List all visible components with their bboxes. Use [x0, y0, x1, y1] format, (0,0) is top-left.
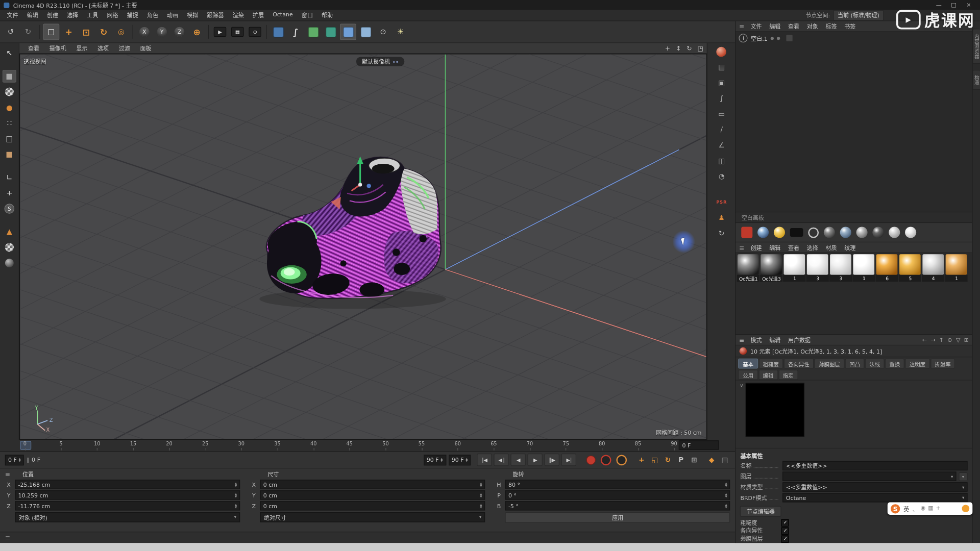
menu-item[interactable]: 跟踪器 — [203, 11, 228, 19]
uv-mode-icon[interactable]: ● — [3, 101, 16, 113]
attribute-tab[interactable]: 薄膜图层 — [815, 359, 845, 369]
attribute-tab[interactable]: 编辑 — [758, 370, 778, 380]
menu-item[interactable]: 模拟 — [183, 11, 203, 19]
material-thumbnail[interactable]: 6 — [876, 254, 898, 282]
attribute-tab[interactable]: 置换 — [885, 359, 904, 369]
position-input[interactable]: 10.259 cm — [15, 490, 240, 499]
goto-end-button[interactable]: ▶| — [561, 454, 576, 466]
toolbox-icon[interactable]: + — [936, 505, 941, 513]
add-camera-button[interactable]: ⊙ — [375, 24, 391, 40]
viewport-name-label[interactable]: 透视视图 — [24, 58, 46, 66]
add-spline-button[interactable]: ∫ — [287, 24, 304, 40]
am-menu-item[interactable]: 用户数据 — [785, 336, 815, 344]
octane-camera-icon[interactable] — [790, 228, 803, 237]
object-name[interactable]: 空白.1 — [751, 34, 768, 42]
attribute-tab[interactable]: 基本 — [739, 359, 758, 369]
pan-view-icon[interactable]: + — [665, 45, 670, 52]
mm-menu-item[interactable]: 选择 — [803, 243, 822, 252]
name-field[interactable]: <<多重数值>> — [783, 461, 968, 470]
octane-glossy-icon[interactable] — [758, 227, 769, 238]
menu-item[interactable]: 文件 — [3, 11, 22, 19]
undo-button[interactable]: ↺ — [3, 24, 19, 40]
material-thumbnail[interactable]: 3 — [829, 254, 852, 282]
goto-start-button[interactable]: |◀ — [477, 454, 492, 466]
attribute-tab[interactable]: 公用 — [739, 370, 758, 380]
mm-menu-item[interactable]: 编辑 — [766, 243, 785, 252]
matball-white-icon[interactable] — [905, 227, 917, 238]
menu-item[interactable]: 扩展 — [248, 11, 268, 19]
language-indicator[interactable]: 英 — [903, 504, 909, 513]
polygons-mode-icon[interactable]: ■ — [3, 148, 16, 160]
last-tool-button[interactable]: ◎ — [113, 24, 130, 40]
status-menu-icon[interactable]: ≡ — [5, 534, 10, 541]
simulate-button[interactable] — [340, 24, 356, 40]
add-primitive-button[interactable] — [270, 24, 286, 40]
material-thumbnail[interactable]: Oc光泽1 — [737, 254, 760, 282]
mm-menu-icon[interactable]: ≡ — [739, 244, 744, 251]
object-tag-icon[interactable] — [786, 34, 793, 42]
menu-item[interactable]: 帮助 — [317, 11, 337, 19]
current-frame-field[interactable]: 0 F — [5, 455, 24, 465]
knife-tool-icon[interactable]: ∕ — [714, 123, 729, 135]
material-browser[interactable]: Oc光泽1 Oc光泽3 1 — [736, 253, 972, 335]
angle-tool-icon[interactable]: ∠ — [714, 139, 729, 151]
shoe-model[interactable] — [259, 157, 446, 309]
am-menu-icon[interactable]: ≡ — [739, 336, 744, 343]
coords-menu-icon[interactable]: ≡ — [5, 471, 10, 478]
toolbar-sep-2[interactable] — [133, 25, 133, 39]
zoom-view-icon[interactable]: ↕ — [676, 45, 681, 52]
key-parameter-filter[interactable]: P — [675, 455, 687, 465]
maximize-button[interactable]: □ — [946, 2, 961, 8]
viewport-menu-item[interactable]: 过滤 — [114, 44, 135, 52]
punctuation-icon[interactable]: 、 — [913, 505, 918, 513]
camera-label[interactable]: 默认摄像机 — [356, 57, 404, 66]
forward-icon[interactable]: → — [930, 337, 935, 343]
play-button[interactable]: ▶ — [528, 454, 543, 466]
up-icon[interactable]: ↑ — [939, 337, 944, 343]
size-input[interactable]: 0 cm — [260, 480, 485, 489]
size-mode-select[interactable]: 绝对尺寸 — [260, 512, 485, 522]
cursor-tool-icon[interactable]: ↖ — [3, 47, 16, 59]
material-thumbnail[interactable]: 3 — [806, 254, 829, 282]
om-menu-item[interactable]: 编辑 — [766, 22, 785, 30]
layer-select[interactable] — [783, 471, 957, 481]
am-menu-item[interactable]: 编辑 — [766, 336, 785, 344]
brdf-select[interactable]: Octane — [783, 493, 968, 502]
axis-mode-icon[interactable]: + — [3, 187, 16, 199]
key-rotation-filter[interactable]: ↻ — [662, 455, 673, 465]
rotation-input[interactable]: 80 ° — [505, 480, 730, 489]
mic-icon[interactable]: ◉ — [921, 505, 926, 513]
close-button[interactable]: × — [961, 2, 976, 8]
toolbar-sep-4[interactable] — [266, 25, 267, 39]
z-axis-lock-button[interactable]: Z — [172, 24, 188, 40]
edge-tab[interactable]: 内容浏览器 — [972, 29, 980, 64]
material-thumbnail[interactable]: 1 — [783, 254, 806, 282]
material-thumbnail[interactable]: Oc光泽3 — [761, 254, 783, 282]
mm-menu-item[interactable]: 创建 — [747, 243, 766, 252]
material-thumbnail[interactable]: 4 — [922, 254, 945, 282]
checker-sphere-icon[interactable] — [3, 241, 16, 254]
attribute-tab[interactable]: 凹凸 — [845, 359, 865, 369]
menu-item[interactable]: 选择 — [63, 11, 83, 19]
material-sphere[interactable] — [946, 254, 967, 274]
blank-board-tab[interactable]: 空白画板 — [736, 212, 972, 223]
am-menu-item[interactable]: 模式 — [747, 336, 766, 344]
mirror-tool-icon[interactable]: ◫ — [714, 155, 729, 167]
menu-item[interactable]: 工具 — [83, 11, 103, 19]
matball-gray-icon[interactable] — [856, 227, 868, 238]
octane-logo-icon[interactable] — [714, 45, 729, 57]
om-menu-item[interactable]: 标签 — [822, 22, 841, 30]
size-input[interactable]: 0 cm — [260, 501, 485, 510]
viewport-canvas[interactable] — [20, 55, 706, 439]
menu-item[interactable]: 角色 — [142, 11, 162, 19]
timeline-options-button[interactable]: ▤ — [719, 455, 730, 465]
mm-menu-item[interactable]: 纹理 — [841, 243, 860, 252]
x-axis-lock-button[interactable]: X — [136, 24, 153, 40]
end-frame-field[interactable]: 90 F — [424, 455, 446, 465]
plane-tool-icon[interactable]: ▭ — [714, 108, 729, 120]
om-menu-item[interactable]: 文件 — [747, 22, 766, 30]
pen-tool-icon[interactable]: ∫ — [714, 92, 729, 104]
character-icon[interactable]: ♟ — [714, 212, 729, 223]
menu-item[interactable]: 网格 — [103, 11, 122, 19]
snap-icon[interactable]: S — [3, 203, 16, 215]
